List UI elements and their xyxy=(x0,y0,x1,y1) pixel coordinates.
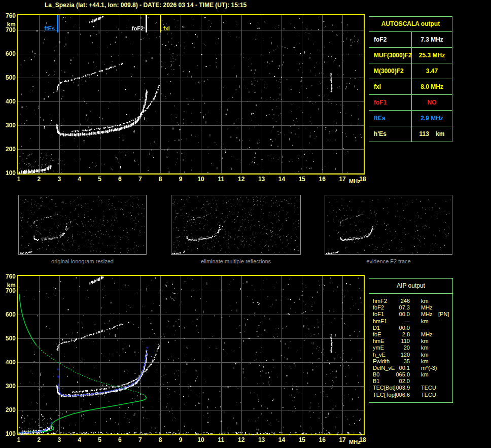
aip-row: foE2.8MHz xyxy=(369,331,452,338)
thumbnail-evidence-f2-trace xyxy=(325,195,452,255)
x-axis-tick: 14 xyxy=(274,176,289,183)
x-axis-tick: 8 xyxy=(153,176,168,183)
x-axis-unit-label: MHz xyxy=(349,439,361,445)
aip-row-value: 120 xyxy=(389,352,410,358)
aip-row: foF207.3MHz xyxy=(369,304,452,311)
aip-row-value: 2.8 xyxy=(389,331,410,338)
x-axis-tick: 14 xyxy=(274,436,289,443)
x-axis-tick: 15 xyxy=(294,176,309,183)
y-axis-tick: 760 xyxy=(1,273,16,280)
aip-row-unit: TECU xyxy=(421,392,436,398)
aip-row-value: 065.0 xyxy=(389,371,410,378)
y-axis-tick: 200 xyxy=(1,146,16,153)
y-axis-unit-label: km xyxy=(1,21,16,28)
autoscala-row-value: 7.3 MHz xyxy=(412,32,452,47)
autoscala-row-value: 25.3 MHz xyxy=(412,48,452,63)
autoscala-row: ftEs2.9 MHz xyxy=(369,111,452,126)
x-axis-tick: 16 xyxy=(314,436,330,443)
ionogram-plot-top xyxy=(17,14,365,175)
autoscala-row-label: MUF(3000)F2 xyxy=(369,48,412,63)
x-axis-tick: 15 xyxy=(294,436,309,443)
x-axis-unit-label: MHz xyxy=(349,178,361,184)
aip-row-value: 003.9 xyxy=(389,385,410,391)
x-axis-tick: 11 xyxy=(214,436,229,443)
aip-row: ymE20km xyxy=(369,344,452,351)
x-axis-tick: 2 xyxy=(31,176,47,183)
x-axis-tick: 2 xyxy=(31,436,47,443)
aip-row: hmF2246km xyxy=(369,298,452,304)
x-axis-tick: 8 xyxy=(153,436,168,443)
aip-rows: hmF2246kmfoF207.3MHzfoF100.0MHz[PN]hmF1-… xyxy=(369,294,452,398)
x-axis-tick: 13 xyxy=(254,176,269,183)
autoscala-row-label: h'Es xyxy=(369,126,412,142)
y-axis-tick: 300 xyxy=(1,122,16,129)
autoscala-row-label: fxI xyxy=(369,79,412,94)
autoscala-row-value: 8.0 MHz xyxy=(412,79,452,94)
x-axis-tick: 13 xyxy=(254,436,269,443)
aip-row-unit: MHz xyxy=(421,331,433,338)
ionogram-plot-bottom xyxy=(17,275,365,435)
aip-panel: AIP output hmF2246kmfoF207.3MHzfoF100.0M… xyxy=(369,278,453,403)
y-axis-tick: 400 xyxy=(1,98,16,105)
x-axis-tick: 12 xyxy=(234,176,249,183)
x-axis-tick: 3 xyxy=(52,176,67,183)
autoscala-row: fxI8.0 MHz xyxy=(369,79,452,95)
autoscala-rows: foF27.3 MHzMUF(3000)F225.3 MHzM(3000)F23… xyxy=(369,32,452,142)
autoscala-row: foF1NO xyxy=(369,95,452,111)
aip-row: TEC[Bot]003.9TECU xyxy=(369,385,452,391)
aip-row: B102.0 xyxy=(369,378,452,385)
y-axis-tick: 600 xyxy=(1,50,16,57)
thumbnail-caption-original: original ionogram resized xyxy=(18,258,147,264)
aip-row-unit: MHz xyxy=(421,311,433,318)
aip-row-value: 110 xyxy=(389,338,410,344)
x-axis-tick: 9 xyxy=(173,436,188,443)
aip-row: B0065.0km xyxy=(369,371,452,378)
x-axis-tick: 4 xyxy=(72,436,87,443)
autoscala-row: foF27.3 MHz xyxy=(369,32,452,48)
y-axis-tick: 300 xyxy=(1,383,16,390)
autoscala-row-value: 2.9 MHz xyxy=(412,111,452,126)
x-axis-tick: 1 xyxy=(11,436,26,443)
aip-row-value: 246 xyxy=(389,298,410,304)
aip-row-unit: TECU xyxy=(421,385,436,391)
aip-row-value: 35 xyxy=(389,358,410,365)
autoscala-row: MUF(3000)F225.3 MHz xyxy=(369,48,452,63)
x-axis-tick: 9 xyxy=(173,176,188,183)
aip-row: Ewidth35km xyxy=(369,358,452,365)
aip-row-label: D1 xyxy=(373,325,380,331)
autoscala-panel: AUTOSCALA output foF27.3 MHzMUF(3000)F22… xyxy=(369,16,452,142)
aip-row-label: ymE xyxy=(373,344,384,351)
y-axis-tick: 400 xyxy=(1,359,16,366)
aip-row: hmE110km xyxy=(369,338,452,344)
aip-row: D100.0 xyxy=(369,325,452,331)
aip-row-value: 00.1 xyxy=(389,365,410,371)
aip-row-label: foF2 xyxy=(373,304,384,311)
aip-row-label: hmF2 xyxy=(373,298,387,304)
aip-row: foF100.0MHz[PN] xyxy=(369,311,452,318)
x-axis-tick: 17 xyxy=(335,176,350,183)
y-axis-tick: 600 xyxy=(1,311,16,318)
x-axis-tick: 3 xyxy=(52,436,67,443)
aip-row-value: 07.3 xyxy=(389,304,410,311)
autoscala-row: h'Es113 km xyxy=(369,126,452,142)
aip-row-unit: m^(-3) xyxy=(421,365,437,371)
x-axis-tick: 12 xyxy=(234,436,249,443)
aip-row-unit: km xyxy=(421,352,429,358)
autoscala-row-label: M(3000)F2 xyxy=(369,63,412,79)
x-axis-tick: 6 xyxy=(112,176,127,183)
autoscala-header: AUTOSCALA output xyxy=(369,17,452,32)
autoscala-row: M(3000)F23.47 xyxy=(369,63,452,79)
aip-row-label: Ewidth xyxy=(373,358,390,365)
y-axis-tick: 760 xyxy=(1,12,16,19)
x-axis-tick: 6 xyxy=(112,436,127,443)
aip-row-unit: km xyxy=(421,298,429,304)
aip-row-label: hmF1 xyxy=(373,318,387,325)
aip-row-unit: MHz xyxy=(421,304,433,311)
aip-row-value: 00.0 xyxy=(389,325,410,331)
x-axis-tick: 11 xyxy=(214,176,229,183)
aip-row-label: B1 xyxy=(373,378,379,385)
aip-header: AIP output xyxy=(369,279,452,294)
aip-row-value: 00.0 xyxy=(389,311,410,318)
aip-row: hmF1---km xyxy=(369,318,452,325)
aip-row-label: h_vE xyxy=(373,352,385,358)
